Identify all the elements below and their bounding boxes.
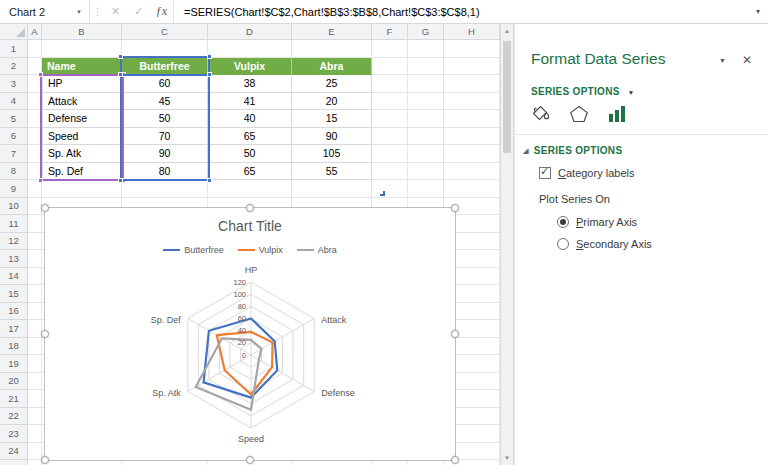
row-header-11[interactable]: 11: [0, 215, 28, 233]
table-cell-attack-0[interactable]: Attack: [42, 93, 122, 111]
chart-selection-handle[interactable]: [451, 456, 459, 464]
scroll-down-icon[interactable]: ▼: [501, 451, 513, 465]
legend-item-butterfree[interactable]: Butterfree: [163, 245, 224, 255]
radar-category-label-sp-atk[interactable]: Sp. Atk: [152, 388, 181, 398]
table-cell-sp-def-3[interactable]: 55: [292, 163, 372, 181]
table-cell-defense-3[interactable]: 15: [292, 110, 372, 128]
table-cell-speed-2[interactable]: 65: [208, 128, 292, 146]
legend-item-vulpix[interactable]: Vulpix: [238, 245, 283, 255]
column-header-h[interactable]: H: [444, 24, 500, 40]
row-header-2[interactable]: 2: [0, 58, 28, 76]
secondary-axis-radio[interactable]: [557, 238, 569, 250]
chart-selection-handle[interactable]: [41, 204, 49, 212]
row-header-6[interactable]: 6: [0, 128, 28, 146]
table-cell-defense-2[interactable]: 40: [208, 110, 292, 128]
radar-category-label-hp[interactable]: HP: [245, 265, 258, 275]
table-cell-speed-3[interactable]: 90: [292, 128, 372, 146]
row-header-20[interactable]: 20: [0, 373, 28, 391]
chart-selection-handle[interactable]: [41, 456, 49, 464]
table-header-abra[interactable]: Abra: [292, 58, 372, 76]
category-labels-row[interactable]: ✓ Category labels: [539, 167, 634, 179]
row-header-17[interactable]: 17: [0, 320, 28, 338]
cancel-button[interactable]: ✕: [104, 0, 127, 23]
table-cell-attack-2[interactable]: 41: [208, 93, 292, 111]
chart-selection-handle[interactable]: [451, 204, 459, 212]
table-cell-defense-1[interactable]: 50: [122, 110, 208, 128]
formula-bar-splitter-icon[interactable]: ⋮: [90, 6, 104, 17]
category-labels-checkbox[interactable]: ✓: [539, 167, 551, 179]
column-header-b[interactable]: B: [42, 24, 122, 40]
fill-line-tab[interactable]: [529, 102, 553, 126]
table-cell-attack-1[interactable]: 45: [122, 93, 208, 111]
column-header-d[interactable]: D: [208, 24, 292, 40]
sheet-grid[interactable]: NameButterfreeVulpixAbraHP603825Attack45…: [28, 40, 500, 465]
table-cell-speed-1[interactable]: 70: [122, 128, 208, 146]
row-header-5[interactable]: 5: [0, 110, 28, 128]
table-cell-sp-atk-2[interactable]: 50: [208, 145, 292, 163]
radar-category-label-attack[interactable]: Attack: [321, 315, 347, 325]
column-header-g[interactable]: G: [408, 24, 444, 40]
table-cell-sp-atk-3[interactable]: 105: [292, 145, 372, 163]
table-cell-sp-atk-1[interactable]: 90: [122, 145, 208, 163]
primary-axis-row[interactable]: Primary Axis: [557, 216, 637, 228]
table-cell-sp-def-2[interactable]: 65: [208, 163, 292, 181]
secondary-axis-row[interactable]: Secondary Axis: [557, 238, 652, 250]
chart-selection-handle[interactable]: [246, 456, 254, 464]
pane-close-icon[interactable]: ✕: [742, 53, 752, 67]
row-header-18[interactable]: 18: [0, 338, 28, 356]
table-header-vulpix[interactable]: Vulpix: [208, 58, 292, 76]
row-header-13[interactable]: 13: [0, 250, 28, 268]
primary-axis-radio[interactable]: [557, 216, 569, 228]
table-cell-sp-def-1[interactable]: 80: [122, 163, 208, 181]
select-all-corner[interactable]: [0, 24, 28, 40]
row-header-1[interactable]: 1: [0, 40, 28, 58]
pane-options-icon[interactable]: ▼: [719, 57, 726, 64]
radar-category-label-sp-def[interactable]: Sp. Def: [151, 315, 182, 325]
row-header-24[interactable]: 24: [0, 443, 28, 461]
row-header-23[interactable]: 23: [0, 425, 28, 443]
table-cell-hp-1[interactable]: 60: [122, 75, 208, 93]
primary-axis-label[interactable]: Primary Axis: [576, 216, 637, 228]
series-options-tab[interactable]: [605, 102, 629, 126]
formula-input[interactable]: =SERIES(Chart!$C$2,Chart!$B$3:$B$8,Chart…: [173, 0, 748, 23]
table-header-butterfree[interactable]: Butterfree: [122, 58, 208, 76]
table-resize-handle[interactable]: [380, 191, 385, 196]
legend-item-abra[interactable]: Abra: [297, 245, 337, 255]
category-labels-label[interactable]: Category labels: [558, 167, 634, 179]
table-cell-attack-3[interactable]: 20: [292, 93, 372, 111]
table-cell-hp-0[interactable]: HP: [42, 75, 122, 93]
insert-function-button[interactable]: ƒx: [150, 0, 173, 23]
chart-object[interactable]: Chart Title ButterfreeVulpixAbra 0204060…: [44, 207, 456, 461]
table-cell-sp-atk-0[interactable]: Sp. Atk: [42, 145, 122, 163]
series-options-dropdown[interactable]: SERIES OPTIONS ▼: [531, 86, 635, 97]
chart-title[interactable]: Chart Title: [45, 218, 455, 234]
secondary-axis-label[interactable]: Secondary Axis: [576, 238, 652, 250]
formula-bar-expand-icon[interactable]: ▾: [748, 7, 768, 16]
row-header-10[interactable]: 10: [0, 198, 28, 216]
row-header-3[interactable]: 3: [0, 75, 28, 93]
row-header-19[interactable]: 19: [0, 355, 28, 373]
row-header-25[interactable]: 25: [0, 460, 28, 465]
series-options-section-header[interactable]: ◢ SERIES OPTIONS: [523, 145, 622, 156]
chart-selection-handle[interactable]: [246, 204, 254, 212]
row-header-14[interactable]: 14: [0, 268, 28, 286]
enter-button[interactable]: ✓: [127, 0, 150, 23]
row-header-8[interactable]: 8: [0, 163, 28, 181]
row-header-12[interactable]: 12: [0, 233, 28, 251]
vertical-scrollbar[interactable]: ▲ ▼: [500, 24, 514, 465]
column-header-a[interactable]: A: [28, 24, 42, 40]
chart-selection-handle[interactable]: [41, 330, 49, 338]
row-header-21[interactable]: 21: [0, 390, 28, 408]
chart-legend[interactable]: ButterfreeVulpixAbra: [45, 245, 455, 255]
column-header-f[interactable]: F: [372, 24, 408, 40]
radar-category-label-speed[interactable]: Speed: [238, 434, 264, 444]
column-header-e[interactable]: E: [292, 24, 372, 40]
row-header-15[interactable]: 15: [0, 285, 28, 303]
column-header-c[interactable]: C: [122, 24, 208, 40]
table-header-name[interactable]: Name: [42, 58, 122, 76]
row-header-9[interactable]: 9: [0, 180, 28, 198]
radar-plot-area[interactable]: 020406080100120HPAttackDefenseSpeedSp. A…: [45, 258, 455, 458]
table-cell-defense-0[interactable]: Defense: [42, 110, 122, 128]
name-box[interactable]: Chart 2 ▼: [0, 0, 90, 23]
table-cell-hp-3[interactable]: 25: [292, 75, 372, 93]
